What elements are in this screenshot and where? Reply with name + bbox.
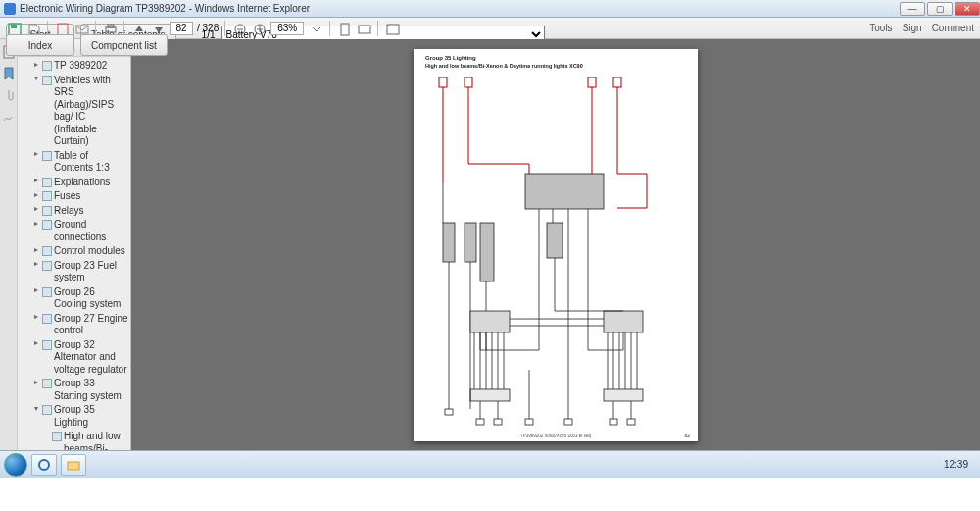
bookmark-item[interactable]: ▸Table of Contents 1:3 [29, 149, 128, 176]
tree-twisty-icon[interactable]: ▾ [31, 75, 40, 83]
bookmark-item[interactable]: ▸Group 27 Engine control [29, 312, 128, 338]
bookmark-label: Group 32 Alternator and voltage regulato… [54, 339, 128, 377]
separator [224, 21, 225, 36]
bookmark-label: Ground connections [54, 219, 128, 243]
page-current-input[interactable] [170, 22, 193, 35]
svg-rect-33 [443, 223, 455, 262]
tree-twisty-icon[interactable]: ▸ [31, 245, 40, 254]
svg-rect-55 [476, 419, 484, 425]
bookmark-item[interactable]: ▸Relays [29, 204, 128, 219]
document-viewport[interactable]: Group 35 Lighting High and low beams/Bi-… [131, 39, 980, 450]
svg-rect-45 [470, 311, 510, 332]
bookmark-item[interactable]: ▸Group 33 Starting system [29, 377, 128, 403]
bookmark-item[interactable]: ▸Ground connections [29, 218, 128, 244]
page-total-label: / 328 [197, 23, 219, 33]
bookmark-item[interactable]: ▸Explanations [29, 176, 128, 190]
tree-twisty-icon[interactable]: ▸ [31, 260, 40, 269]
index-button[interactable]: Index [6, 34, 74, 56]
tree-twisty-icon[interactable]: ▸ [31, 313, 40, 322]
bookmark-item[interactable]: ▸Group 26 Cooling system [29, 285, 128, 312]
bookmark-label: Group 27 Engine control [54, 313, 128, 337]
component-list-button[interactable]: Component list [80, 34, 168, 56]
signatures-icon[interactable] [2, 110, 16, 124]
svg-rect-67 [610, 419, 617, 425]
tree-twisty-icon[interactable]: ▸ [31, 378, 40, 386]
tree-twisty-icon[interactable]: ▸ [31, 150, 40, 159]
taskbar-ie-icon[interactable] [31, 454, 57, 476]
tree-twisty-icon[interactable]: ▸ [31, 60, 40, 69]
svg-rect-5 [108, 25, 114, 27]
tools-menu[interactable]: Tools [869, 23, 892, 33]
bookmark-icon [42, 151, 52, 161]
bookmark-label: Control modules [54, 245, 128, 258]
bookmark-item[interactable]: High and low beams/Bi-Xenon & Daytime ru… [39, 430, 128, 450]
svg-rect-21 [613, 77, 621, 87]
chevron-down-icon[interactable] [308, 21, 323, 36]
minimize-button[interactable]: — [900, 2, 925, 16]
bookmark-item[interactable]: ▸Fuses [29, 189, 128, 204]
bookmark-icon [42, 287, 52, 297]
start-orb[interactable] [4, 453, 27, 477]
bookmark-item[interactable]: ▾Vehicles with SRS (Airbag)/SIPS bag/ IC… [29, 74, 128, 149]
bookmark-icon [42, 191, 52, 201]
tree-twisty-icon[interactable]: ▸ [31, 190, 40, 199]
tree-twisty-icon[interactable]: ▾ [31, 404, 40, 413]
bookmark-icon [42, 220, 52, 230]
zoom-in-icon[interactable] [251, 21, 267, 36]
bookmark-label: Fuses [54, 190, 128, 203]
window-title: Electronic Wiring Diagram TP3989202 - Wi… [20, 3, 310, 14]
bookmark-icon [42, 76, 52, 85]
zoom-input[interactable] [270, 22, 304, 35]
bookmark-icon [42, 246, 52, 256]
bookmark-icon [42, 379, 52, 388]
zoom-out-icon[interactable] [231, 21, 247, 36]
page-subheading: High and low beams/Bi-Xenon & Daytime ru… [425, 63, 583, 69]
tree-twisty-icon[interactable]: ▸ [31, 286, 40, 295]
tree-twisty-icon[interactable]: ▸ [31, 205, 40, 214]
bookmark-item[interactable]: ▾Group 35 Lighting [29, 403, 128, 430]
svg-rect-68 [627, 419, 635, 425]
bookmark-icon [42, 178, 52, 187]
tree-twisty-icon[interactable]: ▸ [31, 177, 40, 185]
fit-page-icon[interactable] [336, 21, 352, 36]
tree-twisty-icon[interactable] [41, 431, 50, 439]
fit-width-icon[interactable] [356, 21, 371, 36]
tree-twisty-icon[interactable]: ▸ [31, 219, 40, 228]
svg-rect-36 [547, 223, 563, 258]
svg-rect-35 [480, 223, 494, 281]
taskbar-explorer-icon[interactable] [61, 454, 86, 476]
separator [329, 21, 330, 36]
maximize-button[interactable]: ▢ [927, 2, 953, 16]
bookmark-icon [42, 340, 52, 350]
svg-rect-78 [445, 409, 453, 415]
page-heading: Group 35 Lighting [425, 55, 476, 61]
sidebar: Bookmarks ▸TP 3989202▾Vehicles with SRS … [0, 39, 131, 450]
svg-rect-4 [106, 27, 116, 32]
comment-menu[interactable]: Comment [932, 23, 974, 33]
sign-menu[interactable]: Sign [903, 23, 922, 33]
svg-rect-12 [359, 26, 370, 33]
attachments-icon[interactable] [2, 88, 16, 102]
page-number: 82 [684, 433, 690, 438]
svg-rect-17 [465, 77, 472, 87]
bookmark-label: High and low beams/Bi-Xenon & Daytime ru… [64, 431, 128, 450]
taskbar-clock[interactable]: 12:39 [944, 459, 976, 470]
tree-twisty-icon[interactable]: ▸ [31, 339, 40, 348]
svg-point-84 [39, 460, 49, 470]
svg-rect-32 [525, 174, 604, 209]
bookmark-icon [42, 314, 52, 324]
taskbar: 12:39 [0, 450, 980, 478]
wiring-diagram [421, 75, 690, 430]
bookmark-item[interactable]: ▸TP 3989202 [29, 59, 128, 74]
bookmark-item[interactable]: ▸Group 32 Alternator and voltage regulat… [29, 338, 128, 378]
bookmarks-tree[interactable]: ▸TP 3989202▾Vehicles with SRS (Airbag)/S… [18, 57, 130, 450]
bookmarks-icon[interactable] [2, 67, 16, 80]
bookmark-item[interactable]: ▸Control modules [29, 244, 128, 259]
read-mode-icon[interactable] [384, 21, 400, 36]
page-footer: TP3989202 Volvo/Xc90 2003 et seq [414, 434, 698, 438]
bookmark-icon [42, 206, 52, 216]
bookmark-icon [52, 432, 62, 441]
close-button[interactable]: ✕ [955, 2, 980, 16]
svg-rect-81 [525, 419, 533, 425]
bookmark-item[interactable]: ▸Group 23 Fuel system [29, 259, 128, 285]
